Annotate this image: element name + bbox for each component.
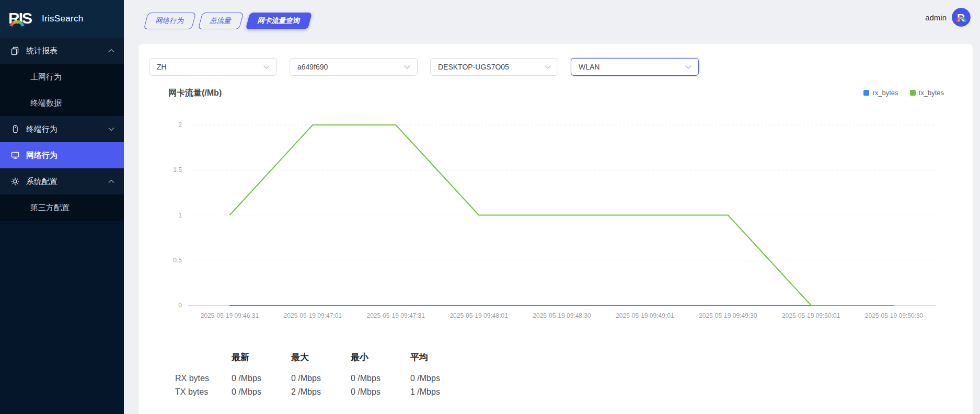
- chart-title: 网卡流量(/Mb): [168, 88, 222, 99]
- summary-col-latest: 最新: [232, 351, 291, 372]
- hostname-select[interactable]: DESKTOP-UGS7O05: [430, 58, 558, 76]
- sidebar: RIS IrisSearch 统计报表 上网行为 终端数据 终端行为: [0, 0, 124, 414]
- tab-nic-traffic-query[interactable]: 网卡流量查询: [245, 13, 312, 29]
- svg-text:0: 0: [178, 302, 182, 309]
- chart-legend: rx_bytes tx_bytes: [863, 89, 944, 97]
- svg-text:1.5: 1.5: [173, 166, 182, 174]
- legend-label: tx_bytes: [919, 89, 944, 97]
- sidebar-item-label: 系统配置: [26, 177, 108, 187]
- summary-cell: 1 /Mbps: [410, 385, 470, 399]
- tx-legend-swatch: [910, 90, 916, 96]
- rx-legend-swatch: [863, 90, 869, 96]
- svg-text:2025-05-19 09:47:01: 2025-05-19 09:47:01: [284, 312, 342, 319]
- chevron-down-icon: [403, 65, 411, 70]
- sidebar-item-label: 终端行为: [26, 124, 108, 134]
- chart-area: 00.511.522025-05-19 09:46:312025-05-19 0…: [146, 115, 946, 327]
- summary-col-avg: 平均: [410, 351, 470, 372]
- summary-cell: 0 /Mbps: [291, 372, 351, 385]
- user-avatar[interactable]: R: [952, 8, 971, 27]
- chevron-up-icon: [108, 179, 114, 183]
- svg-text:2025-05-19 09:48:01: 2025-05-19 09:48:01: [449, 312, 508, 319]
- svg-text:2025-05-19 09:49:30: 2025-05-19 09:49:30: [699, 312, 757, 319]
- svg-text:1: 1: [178, 212, 182, 219]
- select-value: ZH: [157, 63, 263, 71]
- filter-bar: ZH a649f690 DESKTOP-UGS7O05 WLAN: [149, 58, 699, 76]
- sidebar-item-network-behavior[interactable]: 网络行为: [0, 142, 124, 168]
- sidebar-item-label: 网络行为: [26, 151, 114, 160]
- report-icon: [10, 46, 20, 55]
- username-label: admin: [925, 13, 947, 22]
- summary-cell: 2 /Mbps: [291, 385, 351, 399]
- svg-text:2025-05-19 09:50:01: 2025-05-19 09:50:01: [782, 312, 840, 319]
- svg-text:2025-05-19 09:46:31: 2025-05-19 09:46:31: [201, 312, 259, 319]
- brand-name: IrisSearch: [42, 14, 84, 24]
- app-window: RIS IrisSearch 统计报表 上网行为 终端数据 终端行为: [0, 0, 980, 414]
- user-box: admin R: [925, 8, 971, 27]
- legend-item-rx-bytes[interactable]: rx_bytes: [863, 89, 898, 97]
- brand-logo-icon: RIS: [8, 9, 38, 29]
- svg-text:2025-05-19 09:49:01: 2025-05-19 09:49:01: [616, 312, 674, 319]
- svg-text:2: 2: [178, 121, 182, 129]
- svg-text:2025-05-19 09:48:30: 2025-05-19 09:48:30: [533, 312, 591, 319]
- chevron-down-icon: [544, 65, 551, 70]
- svg-text:0.5: 0.5: [173, 257, 182, 264]
- summary-cell: 0 /Mbps: [351, 385, 410, 399]
- legend-label: rx_bytes: [872, 89, 898, 97]
- mouse-icon: [10, 124, 20, 134]
- svg-text:2025-05-19 09:47:31: 2025-05-19 09:47:31: [367, 312, 425, 319]
- sidebar-item-label: 上网行为: [30, 72, 114, 82]
- content-card: ZH a649f690 DESKTOP-UGS7O05 WLAN 网卡流量(/M…: [139, 44, 973, 414]
- tab-label: 网络行为: [155, 16, 186, 26]
- sidebar-item-internet-behavior[interactable]: 上网行为: [0, 64, 124, 90]
- sidebar-item-terminal-behavior[interactable]: 终端行为: [0, 116, 124, 142]
- brand-logo: RIS IrisSearch: [0, 0, 124, 38]
- traffic-line-chart: 00.511.522025-05-19 09:46:312025-05-19 0…: [146, 115, 946, 327]
- summary-cell: 0 /Mbps: [232, 372, 291, 385]
- tab-label: 网卡流量查询: [256, 16, 301, 26]
- summary-row-label: RX bytes: [175, 372, 232, 385]
- summary-corner: [175, 351, 232, 372]
- select-value: a649f690: [297, 63, 403, 71]
- sidebar-item-system-config[interactable]: 系统配置: [0, 168, 124, 194]
- sidebar-item-third-party-config[interactable]: 第三方配置: [0, 194, 124, 221]
- summary-col-min: 最小: [351, 351, 410, 372]
- sidebar-item-statistics-reports[interactable]: 统计报表: [0, 38, 124, 64]
- summary-row-label: TX bytes: [175, 385, 232, 399]
- summary-table: 最新 最大 最小 平均 RX bytes 0 /Mbps 0 /Mbps 0 /…: [175, 351, 470, 399]
- chevron-down-icon: [263, 65, 270, 70]
- chevron-up-icon: [108, 49, 114, 53]
- tab-network-behavior[interactable]: 网络行为: [144, 13, 197, 29]
- main-area: 网络行为 总流量 网卡流量查询 admin R: [124, 0, 980, 414]
- summary-cell: 0 /Mbps: [351, 372, 410, 385]
- sidebar-item-label: 统计报表: [26, 46, 108, 56]
- tab-bar: 网络行为 总流量 网卡流量查询: [146, 13, 310, 29]
- summary-cell: 0 /Mbps: [232, 385, 291, 399]
- legend-item-tx-bytes[interactable]: tx_bytes: [910, 89, 944, 97]
- summary-cell: 0 /Mbps: [410, 372, 470, 385]
- monitor-icon: [10, 151, 20, 160]
- network-interface-select[interactable]: WLAN: [571, 58, 699, 76]
- tab-total-traffic[interactable]: 总流量: [198, 13, 244, 29]
- avatar-logo-icon: R: [952, 8, 971, 27]
- sidebar-item-label: 第三方配置: [30, 203, 114, 213]
- gear-icon: [10, 177, 20, 186]
- topbar: 网络行为 总流量 网卡流量查询 admin R: [124, 0, 980, 44]
- sidebar-filler: [0, 221, 124, 414]
- sidebar-item-terminal-data[interactable]: 终端数据: [0, 90, 124, 116]
- chevron-down-icon: [108, 127, 114, 131]
- select-value: WLAN: [579, 63, 685, 71]
- summary-col-max: 最大: [291, 351, 351, 372]
- svg-text:2025-05-19 09:50:30: 2025-05-19 09:50:30: [865, 312, 924, 319]
- select-value: DESKTOP-UGS7O05: [438, 63, 544, 71]
- tab-label: 总流量: [209, 16, 233, 26]
- device-id-select[interactable]: a649f690: [290, 58, 418, 76]
- sidebar-item-label: 终端数据: [30, 98, 114, 108]
- chevron-down-icon: [685, 65, 692, 70]
- language-select[interactable]: ZH: [149, 58, 277, 76]
